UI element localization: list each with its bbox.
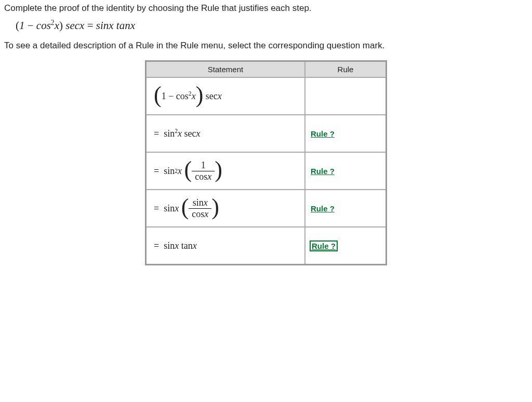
statement-cell: = sinx tanx [146,227,305,265]
statement-cell: (1 − cos2x) secx [146,77,305,115]
statement-cell: = sin2x secx [146,115,305,152]
main-identity-equation: (1 − cos2x) secx = sinx tanx [16,19,528,32]
table-row: = sinx tanx Rule ? [146,227,387,265]
rule-cell: Rule ? [305,227,387,265]
rule-cell [305,77,387,115]
rule-select-link[interactable]: Rule ? [311,129,335,138]
table-row: = sin2x secx Rule ? [146,115,387,152]
rule-select-link[interactable]: Rule ? [311,204,335,213]
rule-cell: Rule ? [305,152,387,190]
table-row: (1 − cos2x) secx [146,77,387,115]
statement-cell: = sinx ( sinxcosx ) [146,190,305,227]
statement-cell: = sin2x ( 1cosx ) [146,152,305,190]
table-row: = sin2x ( 1cosx ) Rule ? [146,152,387,190]
rule-cell: Rule ? [305,190,387,227]
rule-select-link[interactable]: Rule ? [311,167,335,176]
table-row: = sinx ( sinxcosx ) Rule ? [146,190,387,227]
column-header-statement: Statement [146,61,305,78]
column-header-rule: Rule [305,61,387,78]
instruction-text-2: To see a detailed description of a Rule … [4,41,528,51]
rule-cell: Rule ? [305,115,387,152]
proof-table: Statement Rule (1 − cos2x) secx = sin2x … [145,60,387,265]
rule-select-link[interactable]: Rule ? [311,242,337,250]
instruction-text: Complete the proof of the identity by ch… [4,3,528,14]
